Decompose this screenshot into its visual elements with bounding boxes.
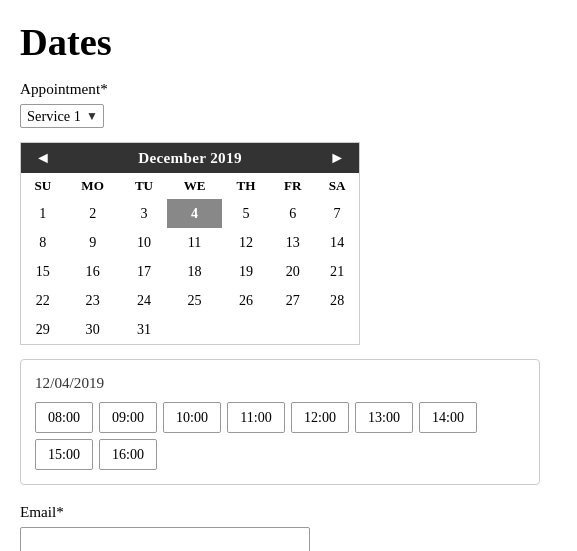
calendar-day[interactable]: 26 bbox=[222, 286, 270, 315]
service-select-wrapper[interactable]: Service 1Service 2Service 3 ▼ bbox=[20, 104, 104, 128]
time-slot-button[interactable]: 13:00 bbox=[355, 402, 413, 433]
datetime-section: 12/04/2019 08:0009:0010:0011:0012:0013:0… bbox=[20, 359, 540, 485]
calendar-day[interactable]: 27 bbox=[270, 286, 315, 315]
selected-date-display: 12/04/2019 bbox=[35, 374, 525, 392]
calendar-header: ◄ December 2019 ► bbox=[21, 143, 359, 173]
email-label: Email* bbox=[20, 503, 557, 521]
calendar-day[interactable]: 13 bbox=[270, 228, 315, 257]
next-month-button[interactable]: ► bbox=[325, 149, 349, 167]
calendar-month-year: December 2019 bbox=[138, 149, 242, 167]
weekday-header: WE bbox=[167, 173, 221, 199]
service-select[interactable]: Service 1Service 2Service 3 bbox=[20, 104, 104, 128]
calendar-day[interactable]: 28 bbox=[315, 286, 359, 315]
calendar-day[interactable]: 5 bbox=[222, 199, 270, 228]
time-slot-button[interactable]: 08:00 bbox=[35, 402, 93, 433]
calendar-empty-cell bbox=[270, 315, 315, 344]
time-slot-button[interactable]: 14:00 bbox=[419, 402, 477, 433]
calendar-day[interactable]: 9 bbox=[65, 228, 121, 257]
calendar-day[interactable]: 12 bbox=[222, 228, 270, 257]
calendar-day[interactable]: 23 bbox=[65, 286, 121, 315]
prev-month-button[interactable]: ◄ bbox=[31, 149, 55, 167]
calendar-day[interactable]: 31 bbox=[121, 315, 168, 344]
calendar-day[interactable]: 16 bbox=[65, 257, 121, 286]
calendar-day[interactable]: 7 bbox=[315, 199, 359, 228]
calendar-day[interactable]: 22 bbox=[21, 286, 65, 315]
calendar-day[interactable]: 20 bbox=[270, 257, 315, 286]
calendar: ◄ December 2019 ► SUMOTUWETHFRSA 1234567… bbox=[20, 142, 360, 345]
calendar-empty-cell bbox=[315, 315, 359, 344]
calendar-day[interactable]: 1 bbox=[21, 199, 65, 228]
calendar-day[interactable]: 19 bbox=[222, 257, 270, 286]
time-slot-button[interactable]: 11:00 bbox=[227, 402, 285, 433]
time-slot-button[interactable]: 09:00 bbox=[99, 402, 157, 433]
time-slot-button[interactable]: 12:00 bbox=[291, 402, 349, 433]
calendar-day[interactable]: 3 bbox=[121, 199, 168, 228]
time-slot-button[interactable]: 15:00 bbox=[35, 439, 93, 470]
calendar-day[interactable]: 11 bbox=[167, 228, 221, 257]
calendar-day[interactable]: 25 bbox=[167, 286, 221, 315]
calendar-day[interactable]: 18 bbox=[167, 257, 221, 286]
calendar-day[interactable]: 10 bbox=[121, 228, 168, 257]
page-title: Dates bbox=[20, 20, 557, 64]
calendar-empty-cell bbox=[167, 315, 221, 344]
weekday-header: SA bbox=[315, 173, 359, 199]
weekday-header: SU bbox=[21, 173, 65, 199]
time-slots-container: 08:0009:0010:0011:0012:0013:0014:0015:00… bbox=[35, 402, 525, 470]
calendar-grid: SUMOTUWETHFRSA 1234567891011121314151617… bbox=[21, 173, 359, 344]
calendar-day[interactable]: 2 bbox=[65, 199, 121, 228]
calendar-day[interactable]: 15 bbox=[21, 257, 65, 286]
time-slot-button[interactable]: 16:00 bbox=[99, 439, 157, 470]
calendar-day[interactable]: 24 bbox=[121, 286, 168, 315]
calendar-empty-cell bbox=[222, 315, 270, 344]
calendar-weekdays: SUMOTUWETHFRSA bbox=[21, 173, 359, 199]
calendar-day[interactable]: 29 bbox=[21, 315, 65, 344]
calendar-day[interactable]: 14 bbox=[315, 228, 359, 257]
weekday-header: TU bbox=[121, 173, 168, 199]
calendar-day[interactable]: 4 bbox=[167, 199, 221, 228]
email-input[interactable] bbox=[20, 527, 310, 551]
calendar-day[interactable]: 21 bbox=[315, 257, 359, 286]
weekday-header: FR bbox=[270, 173, 315, 199]
calendar-day[interactable]: 30 bbox=[65, 315, 121, 344]
weekday-header: MO bbox=[65, 173, 121, 199]
weekday-header: TH bbox=[222, 173, 270, 199]
calendar-day[interactable]: 6 bbox=[270, 199, 315, 228]
time-slot-button[interactable]: 10:00 bbox=[163, 402, 221, 433]
calendar-day[interactable]: 8 bbox=[21, 228, 65, 257]
calendar-day[interactable]: 17 bbox=[121, 257, 168, 286]
appointment-label: Appointment* bbox=[20, 80, 557, 98]
